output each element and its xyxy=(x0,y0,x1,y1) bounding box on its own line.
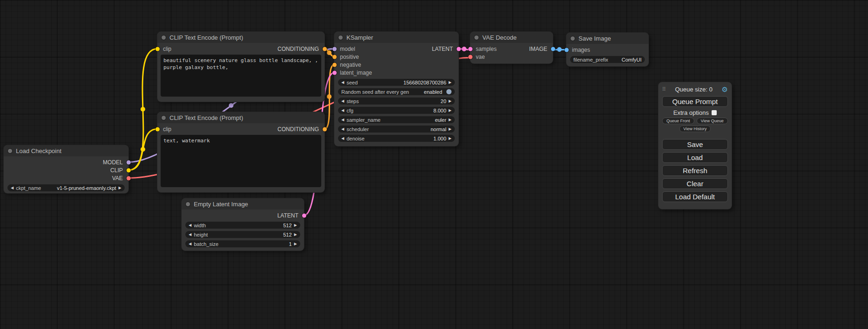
vae-output-dot[interactable] xyxy=(127,176,131,180)
refresh-button[interactable]: Refresh xyxy=(662,165,728,176)
settings-gear-icon[interactable]: ⚙ xyxy=(722,86,728,93)
widget-label: seed xyxy=(346,80,358,85)
drag-handle-icon[interactable]: ⠿ xyxy=(662,86,666,92)
load-default-button[interactable]: Load Default xyxy=(662,191,728,202)
load-button[interactable]: Load xyxy=(662,152,728,163)
node-ksampler[interactable]: KSampler model LATENT positive negative … xyxy=(334,32,459,146)
increment-arrow-icon[interactable]: ▶ xyxy=(449,109,452,112)
slot-label: samples xyxy=(476,46,497,52)
negative-prompt-textarea[interactable]: text, watermark xyxy=(161,135,321,187)
vae-input-dot[interactable] xyxy=(468,55,473,59)
height-widget[interactable]: ◀ height 512 ▶ xyxy=(185,231,300,238)
node-title-bar[interactable]: Load Checkpoint xyxy=(4,145,128,156)
increment-arrow-icon[interactable]: ▶ xyxy=(449,137,452,140)
decrement-arrow-icon[interactable]: ◀ xyxy=(341,109,344,112)
clip-output-dot[interactable] xyxy=(127,168,131,172)
clip-input-dot[interactable] xyxy=(155,127,160,131)
decrement-arrow-icon[interactable]: ◀ xyxy=(189,224,191,227)
view-queue-button[interactable]: View Queue xyxy=(697,118,728,124)
collapse-dot-icon[interactable] xyxy=(186,202,190,206)
widget-value: 1 xyxy=(289,241,292,247)
queue-front-button[interactable]: Queue Front xyxy=(662,118,694,124)
output-slot-vae: VAE xyxy=(4,174,128,182)
cfg-widget[interactable]: ◀ cfg 8.000 ▶ xyxy=(338,107,455,114)
widget-value: 20 xyxy=(441,98,446,104)
model-input-dot[interactable] xyxy=(332,47,337,51)
node-title-bar[interactable]: KSampler xyxy=(334,32,459,43)
node-clip-text-encode-negative[interactable]: CLIP Text Encode (Prompt) clip CONDITION… xyxy=(157,112,325,192)
slot-label: CONDITIONING xyxy=(277,46,319,52)
seed-widget[interactable]: ◀ seed 156680208700286 ▶ xyxy=(338,79,455,86)
increment-arrow-icon[interactable]: ▶ xyxy=(294,242,297,246)
decrement-arrow-icon[interactable]: ◀ xyxy=(189,233,191,237)
increment-arrow-icon[interactable]: ▶ xyxy=(294,224,297,227)
slot-label: LATENT xyxy=(277,212,298,219)
extra-options-checkbox[interactable] xyxy=(712,110,717,115)
toggle-dot[interactable] xyxy=(446,89,452,94)
increment-arrow-icon[interactable]: ▶ xyxy=(449,81,452,84)
increment-arrow-icon[interactable]: ▶ xyxy=(294,233,297,237)
increment-arrow-icon[interactable]: ▶ xyxy=(119,186,121,190)
decrement-arrow-icon[interactable]: ◀ xyxy=(341,127,344,131)
latent-image-input-dot[interactable] xyxy=(332,70,337,75)
denoise-widget[interactable]: ◀ denoise 1.000 ▶ xyxy=(338,135,455,142)
conditioning-output-dot[interactable] xyxy=(323,127,327,131)
node-title-bar[interactable]: Empty Latent Image xyxy=(182,198,304,210)
latent-output-dot[interactable] xyxy=(302,213,306,217)
node-title-bar[interactable]: VAE Decode xyxy=(470,32,553,43)
collapse-dot-icon[interactable] xyxy=(8,149,12,153)
increment-arrow-icon[interactable]: ▶ xyxy=(449,118,452,122)
ckpt-name-widget[interactable]: ◀ ckpt_name v1-5-pruned-emaonly.ckpt ▶ xyxy=(7,184,125,191)
queue-panel[interactable]: ⠿ Queue size: 0 ⚙ Queue Prompt Extra opt… xyxy=(658,82,732,209)
node-title-bar[interactable]: CLIP Text Encode (Prompt) xyxy=(157,112,325,123)
node-empty-latent-image[interactable]: Empty Latent Image LATENT ◀ width 512 ▶ … xyxy=(182,198,304,251)
samples-input-dot[interactable] xyxy=(468,47,473,51)
clip-input-dot[interactable] xyxy=(155,47,160,51)
comfyui-canvas[interactable]: { "colors": { "model": "#B39DDB", "clip"… xyxy=(0,0,868,329)
sampler-name-widget[interactable]: ◀ sampler_name euler ▶ xyxy=(338,116,455,123)
collapse-dot-icon[interactable] xyxy=(162,35,166,40)
decrement-arrow-icon[interactable]: ◀ xyxy=(341,118,344,122)
node-title-bar[interactable]: Save Image xyxy=(566,33,649,44)
node-save-image[interactable]: Save Image images filename_prefix ComfyU… xyxy=(566,33,649,66)
positive-prompt-textarea[interactable]: beautiful scenery nature glass bottle la… xyxy=(161,55,321,97)
batch-size-widget[interactable]: ◀ batch_size 1 ▶ xyxy=(185,240,300,247)
increment-arrow-icon[interactable]: ▶ xyxy=(449,127,452,131)
random-seed-widget[interactable]: Random seed after every gen enabled xyxy=(338,88,455,95)
node-vae-decode[interactable]: VAE Decode samples IMAGE vae xyxy=(470,32,553,63)
images-input-dot[interactable] xyxy=(565,48,569,52)
negative-input-dot[interactable] xyxy=(332,63,337,67)
model-output-dot[interactable] xyxy=(127,160,131,164)
decrement-arrow-icon[interactable]: ◀ xyxy=(341,81,344,84)
save-button[interactable]: Save xyxy=(662,139,728,150)
decrement-arrow-icon[interactable]: ◀ xyxy=(11,186,14,190)
decrement-arrow-icon[interactable]: ◀ xyxy=(341,137,344,140)
conditioning-output-dot[interactable] xyxy=(323,47,327,51)
queue-prompt-button[interactable]: Queue Prompt xyxy=(662,96,728,107)
collapse-dot-icon[interactable] xyxy=(571,36,575,41)
input-slot-latent-image: latent_image xyxy=(334,69,459,77)
width-widget[interactable]: ◀ width 512 ▶ xyxy=(185,222,300,229)
decrement-arrow-icon[interactable]: ◀ xyxy=(189,242,191,246)
decrement-arrow-icon[interactable]: ◀ xyxy=(341,99,344,103)
scheduler-widget[interactable]: ◀ scheduler normal ▶ xyxy=(338,126,455,133)
link-dot-clip-negative xyxy=(141,147,145,152)
collapse-dot-icon[interactable] xyxy=(162,116,166,120)
widget-value: 512 xyxy=(283,223,291,228)
latent-output-dot[interactable] xyxy=(457,47,461,51)
view-history-button[interactable]: View History xyxy=(679,126,711,132)
positive-input-dot[interactable] xyxy=(332,55,337,59)
filename-prefix-widget[interactable]: filename_prefix ComfyUI xyxy=(570,56,645,63)
collapse-dot-icon[interactable] xyxy=(474,35,479,40)
node-clip-text-encode-positive[interactable]: CLIP Text Encode (Prompt) clip CONDITION… xyxy=(157,32,325,102)
clear-button[interactable]: Clear xyxy=(662,178,728,189)
extra-options-row: Extra options xyxy=(662,109,728,116)
node-title: CLIP Text Encode (Prompt) xyxy=(169,114,243,121)
node-load-checkpoint[interactable]: Load Checkpoint MODEL CLIP VAE ◀ ckpt_na… xyxy=(4,145,128,193)
image-output-dot[interactable] xyxy=(551,47,555,51)
slot-label: IMAGE xyxy=(529,46,547,52)
steps-widget[interactable]: ◀ steps 20 ▶ xyxy=(338,98,455,105)
node-title-bar[interactable]: CLIP Text Encode (Prompt) xyxy=(157,32,325,43)
increment-arrow-icon[interactable]: ▶ xyxy=(449,99,452,103)
collapse-dot-icon[interactable] xyxy=(339,35,343,40)
